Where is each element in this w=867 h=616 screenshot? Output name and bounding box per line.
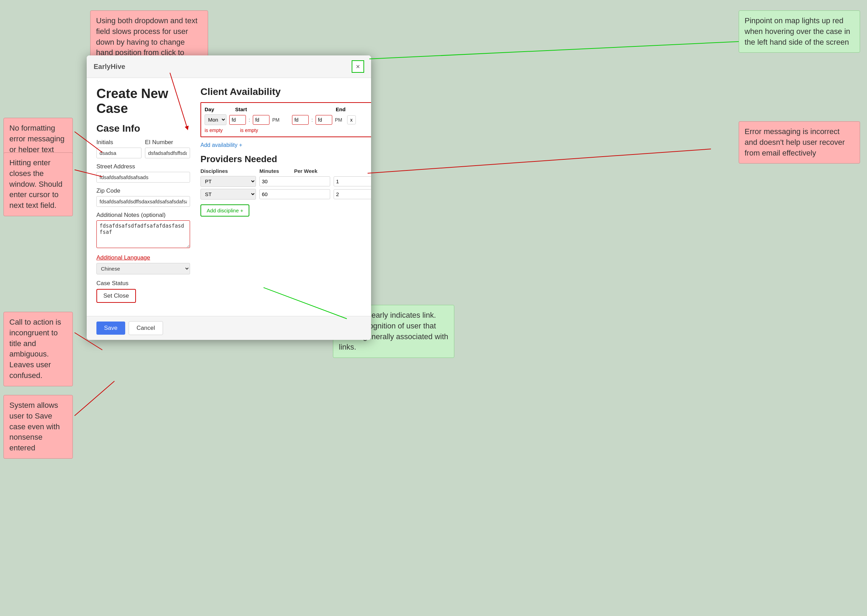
provider-row-2: PT ST OT x [200, 189, 371, 200]
annotation-error-messaging: Error messaging is incorrect and doesn't… [739, 121, 860, 163]
availability-fields: Mon Tue Wed Thu Fri : PM : PM x [205, 114, 371, 125]
ei-input[interactable] [145, 148, 190, 158]
disciplines-header: Disciplines [200, 168, 256, 174]
avail-remove-button[interactable]: x [347, 115, 356, 124]
case-info-title: Case Info [96, 123, 190, 134]
initials-input[interactable] [96, 148, 142, 158]
initials-group: Initials [96, 139, 142, 158]
modal-title: Create New Case [96, 86, 190, 116]
add-discipline-button[interactable]: Add discipline + [200, 204, 249, 217]
discipline-select-2[interactable]: PT ST OT [200, 189, 256, 200]
modal-body: Create New Case Case Info Initials EI Nu… [87, 78, 371, 316]
modal: EarlyHive × Create New Case Case Info In… [87, 55, 371, 340]
end-hour-input[interactable] [292, 115, 309, 125]
left-column: Create New Case Case Info Initials EI Nu… [96, 86, 190, 308]
close-button[interactable]: × [352, 60, 364, 73]
providers-header: Disciplines Minutes Per Week [200, 168, 371, 174]
annotation-enter-closes: Hitting enter closes the window. Should … [3, 152, 73, 216]
annotation-save-nonsense: System allows user to Save case even wit… [3, 395, 73, 459]
per-week-header: Per Week [294, 168, 325, 174]
end-error: is empty [240, 127, 258, 133]
notes-textarea[interactable] [96, 220, 190, 248]
end-header: End [336, 106, 371, 112]
modal-footer: Save Cancel [87, 316, 371, 340]
zip-input[interactable] [96, 196, 190, 207]
discipline-select-1[interactable]: PT ST OT [200, 176, 256, 187]
street-group: Street Address [96, 163, 190, 182]
cancel-button[interactable]: Cancel [129, 321, 163, 335]
ei-number-group: EI Number [145, 139, 190, 158]
right-column: Client Availability Day Start End Mon Tu… [200, 86, 371, 308]
case-status-label: Case Status [96, 280, 190, 287]
language-select[interactable]: Chinese Spanish French Other [96, 263, 190, 274]
availability-title: Client Availability [200, 86, 371, 97]
minutes-header: Minutes [259, 168, 291, 174]
street-label: Street Address [96, 163, 190, 170]
start-ampm: PM [272, 117, 279, 123]
per-week-input-2[interactable] [334, 189, 371, 199]
initials-ei-row: Initials EI Number [96, 139, 190, 163]
zip-label: Zip Code [96, 187, 190, 194]
notes-group: Additional Notes (optional) [96, 212, 190, 250]
language-section: Additional Language Chinese Spanish Fren… [96, 254, 190, 274]
end-ampm: PM [335, 117, 342, 123]
annotation-call-to-action: Call to action is incongruent to title a… [3, 312, 73, 386]
start-header: Start [235, 106, 326, 112]
annotation-top-right: Pinpoint on map lights up red when hover… [739, 10, 860, 53]
availability-row: Day Start End Mon Tue Wed Thu Fri : [200, 102, 371, 137]
avail-separator-2: : [311, 117, 313, 123]
providers-title: Providers Needed [200, 154, 371, 165]
per-week-input-1[interactable] [334, 176, 371, 186]
modal-header: EarlyHive × [87, 55, 371, 78]
day-header: Day [205, 106, 232, 112]
start-hour-input[interactable] [229, 115, 246, 125]
provider-row-1: PT ST OT x [200, 176, 371, 187]
avail-day-select[interactable]: Mon Tue Wed Thu Fri [205, 114, 227, 125]
case-status-group: Case Status Set Close [96, 280, 190, 303]
ei-label: EI Number [145, 139, 190, 146]
initials-label: Initials [96, 139, 142, 146]
street-input[interactable] [96, 172, 190, 182]
save-button[interactable]: Save [96, 322, 125, 335]
zip-group: Zip Code [96, 187, 190, 207]
language-label: Additional Language [96, 254, 190, 261]
set-close-button[interactable]: Set Close [96, 289, 136, 303]
start-min-input[interactable] [253, 115, 270, 125]
avail-separator-1: : [249, 117, 250, 123]
start-error: is empty [205, 127, 223, 133]
brand-label: EarlyHive [94, 63, 125, 71]
add-availability-link[interactable]: Add availability + [200, 142, 243, 148]
minutes-input-2[interactable] [259, 189, 330, 199]
minutes-input-1[interactable] [259, 176, 330, 186]
end-min-input[interactable] [315, 115, 332, 125]
notes-label: Additional Notes (optional) [96, 212, 190, 218]
